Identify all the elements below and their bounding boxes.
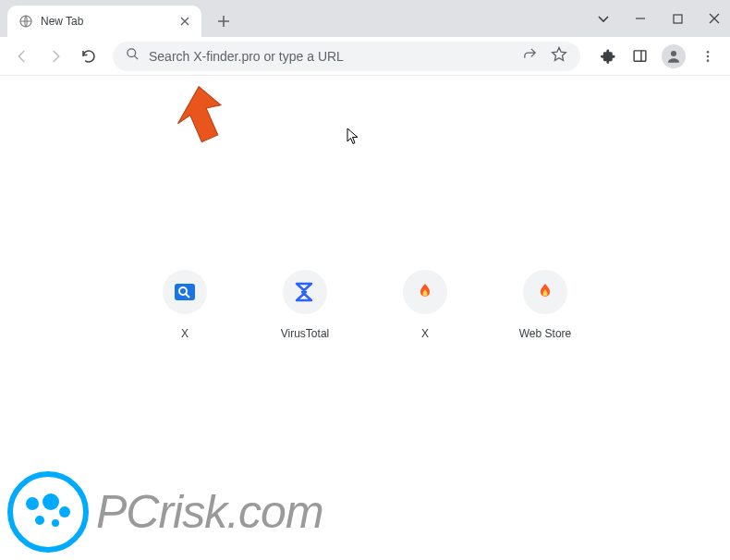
shortcut-icon (163, 270, 207, 314)
shortcuts-row: X VirusTotal X Web Store (144, 270, 586, 340)
svg-rect-8 (175, 284, 195, 300)
maximize-button[interactable] (669, 10, 686, 27)
chevron-down-icon[interactable] (595, 10, 612, 27)
shortcut-webstore[interactable]: Web Store (505, 270, 586, 340)
shortcut-virustotal[interactable]: VirusTotal (264, 270, 346, 340)
shortcut-icon (523, 270, 567, 314)
shortcut-label: Web Store (519, 327, 571, 340)
watermark-badge-icon (7, 471, 89, 553)
forward-button[interactable] (41, 42, 70, 71)
shortcut-icon (283, 270, 327, 314)
browser-tab[interactable]: New Tab (7, 6, 201, 37)
back-button[interactable] (7, 42, 37, 71)
shortcut-x-1[interactable]: X (144, 270, 225, 340)
sidepanel-icon[interactable] (630, 47, 649, 66)
watermark: PCrisk.com (7, 471, 323, 553)
menu-icon[interactable] (699, 47, 717, 66)
shortcut-icon (403, 270, 447, 314)
shortcut-label: X (181, 327, 189, 340)
cursor-icon (347, 128, 361, 150)
svg-rect-3 (634, 51, 646, 61)
reload-button[interactable] (74, 42, 103, 71)
search-icon (126, 47, 140, 65)
new-tab-button[interactable] (211, 8, 237, 34)
watermark-text: PCrisk.com (96, 485, 323, 539)
shortcut-label: X (421, 327, 429, 340)
tab-title: New Tab (41, 15, 177, 28)
close-window-button[interactable] (706, 10, 723, 27)
toolbar: Search X-finder.pro or type a URL (0, 37, 730, 76)
titlebar: New Tab (0, 0, 730, 37)
share-icon[interactable] (522, 46, 538, 66)
address-bar-placeholder: Search X-finder.pro or type a URL (149, 49, 515, 64)
svg-point-6 (707, 55, 710, 57)
svg-point-5 (707, 51, 710, 54)
svg-point-4 (671, 51, 676, 56)
minimize-button[interactable] (632, 10, 649, 27)
svg-point-7 (707, 59, 710, 62)
svg-point-2 (128, 49, 136, 57)
window-controls (595, 0, 723, 37)
shortcut-x-2[interactable]: X (384, 270, 466, 340)
shortcut-label: VirusTotal (281, 327, 329, 340)
address-bar[interactable]: Search X-finder.pro or type a URL (113, 42, 580, 71)
new-tab-content: X VirusTotal X Web Store (0, 76, 730, 560)
tab-close-button[interactable] (177, 14, 192, 29)
globe-icon (18, 14, 33, 29)
bookmark-star-icon[interactable] (551, 46, 567, 67)
profile-button[interactable] (662, 44, 686, 68)
annotation-arrow-icon (164, 85, 229, 153)
extensions-icon[interactable] (599, 47, 617, 66)
svg-rect-1 (674, 15, 682, 23)
